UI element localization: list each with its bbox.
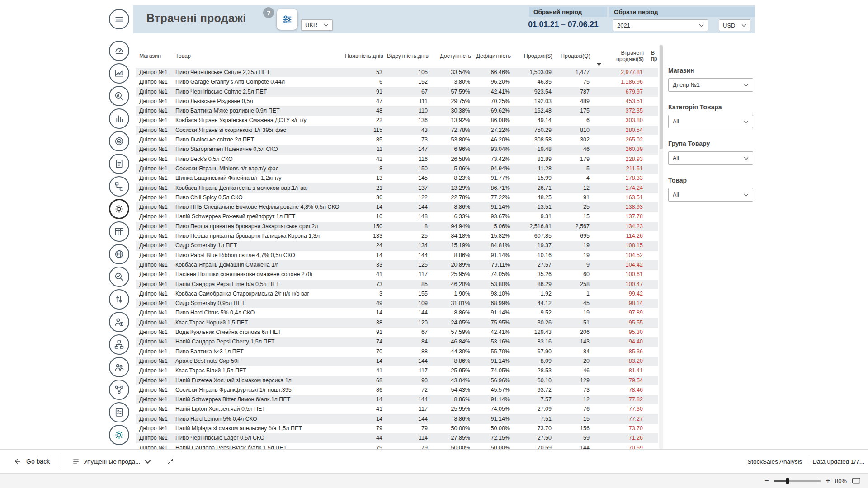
- help-icon[interactable]: ?: [263, 7, 274, 18]
- table-row[interactable]: Дніпро №1Напій Lipton Хол.зел.чай 0,5л П…: [136, 404, 658, 414]
- table-row[interactable]: Дніпро №1Сосиски Ятрань зі скоринкою 1/г…: [136, 126, 658, 135]
- zoom-slider-handle[interactable]: [786, 478, 789, 484]
- table-scrollbar[interactable]: [659, 44, 663, 449]
- table-row[interactable]: Дніпро №1Пиво Чернігівське Lager 0,5л СК…: [136, 433, 658, 443]
- table-row[interactable]: Дніпро №1Квас Тарас Білий 1,5л ПЕТ411172…: [136, 366, 658, 375]
- search-chart-icon[interactable]: [109, 86, 129, 106]
- page-selector[interactable]: Упущенные прода...: [72, 457, 152, 465]
- filter-select-store[interactable]: Днепр №1: [668, 78, 753, 92]
- table-row[interactable]: Дніпро №1Напій Schweppes Bitter Лимон б/…: [136, 395, 658, 404]
- table-row[interactable]: Дніпро №1Сидр Somersby 1л ПЕТ2413415.19%…: [136, 241, 658, 250]
- table-row[interactable]: Дніпро №1Напій Сандора Pepsi Black б/алк…: [136, 443, 658, 449]
- table-row[interactable]: Дніпро №1Ковбаса Ятрань Українська Смаже…: [136, 116, 658, 125]
- column-header-availability[interactable]: Доступність: [432, 44, 475, 68]
- table-row[interactable]: Дніпро №1Напій Мірінда зі смаком апельси…: [136, 424, 658, 433]
- table-row[interactable]: Дніпро №1Пиво Pabst Blue Ribbon світле 4…: [136, 251, 658, 260]
- table-row[interactable]: Дніпро №1Пиво Chill Spicy 0,5л СКО361222…: [136, 193, 658, 202]
- gear-icon[interactable]: [109, 199, 129, 219]
- cell-partial: [647, 87, 658, 97]
- table-row[interactable]: Дніпро №1Квас Тарас Чорний 1,5 ПЕТ381202…: [136, 318, 658, 328]
- table-row[interactable]: Дніпро №1Пиво Garage Granny's Anti-Compo…: [136, 77, 658, 87]
- table-row[interactable]: Дніпро №1Насіння Потішки соняшникове сма…: [136, 270, 658, 279]
- cell-absent_days: 116: [387, 155, 432, 164]
- compare-arrows-icon[interactable]: [109, 289, 129, 310]
- table-row[interactable]: Дніпро №1Ковбаса Ятрань Домашня Смажена …: [136, 260, 658, 270]
- table-row[interactable]: Дніпро №1Сосиски Ятрань Minions в/г вар.…: [136, 164, 658, 174]
- table-row[interactable]: Дніпро №1Напій Сандора Pepsi Cherry 1,5л…: [136, 337, 658, 347]
- column-header-product[interactable]: Товар: [172, 44, 344, 68]
- table-row[interactable]: Дніпро №1Напій Сандора Pepsi Lime б/а 0,…: [136, 280, 658, 289]
- table-row[interactable]: Дніпро №1Пиво Львівське Різдвяне 0,5л471…: [136, 97, 658, 106]
- filter-label-store: Магазин: [668, 67, 753, 74]
- zoom-out-button[interactable]: −: [764, 477, 769, 484]
- filter-select-product[interactable]: All: [668, 188, 753, 202]
- network-icon[interactable]: [109, 380, 129, 400]
- currency-select[interactable]: USD: [719, 19, 750, 31]
- table-row[interactable]: Дніпро №1Напій Schweppes Рожевий грейпфр…: [136, 212, 658, 221]
- table-row[interactable]: Дніпро №1Пиво Staropramen Пшеничне 0,5л …: [136, 145, 658, 154]
- cell-avail_days: 33: [344, 260, 387, 270]
- table-row[interactable]: Дніпро №1Пиво Балтика №3 1л ПЕТ708844.30…: [136, 347, 658, 357]
- bar-chart-icon[interactable]: [109, 108, 129, 129]
- table-row[interactable]: Дніпро №1Пиво Чернігівське Світле 2,35л …: [136, 68, 658, 77]
- people-icon[interactable]: [109, 357, 129, 377]
- scrollbar-thumb[interactable]: [660, 45, 663, 149]
- menu-icon[interactable]: [109, 9, 129, 29]
- filter-settings-button[interactable]: [277, 9, 297, 30]
- data-grid-icon[interactable]: [109, 221, 129, 242]
- fit-to-screen-button[interactable]: [852, 477, 861, 484]
- table-row[interactable]: Дніпро №1Пиво Чернігівське Світле 2,5л П…: [136, 87, 658, 97]
- table-row[interactable]: Дніпро №1Пиво Hard Citrus 5% 0,4л СКО141…: [136, 308, 658, 318]
- column-header-avail_days[interactable]: Наявність,днів: [344, 44, 387, 68]
- table-row[interactable]: Дніпро №1Пиво Перша приватна броварня За…: [136, 222, 658, 231]
- table-row[interactable]: Дніпро №1Пиво Львівське світле 2л ПЕТ857…: [136, 135, 658, 145]
- column-header-deficit[interactable]: Дефіцитність: [475, 44, 514, 68]
- flowchart-icon[interactable]: [109, 176, 129, 197]
- table-row[interactable]: Дніпро №1Пиво Hard Lemon 5% 0,4л СКО1414…: [136, 414, 658, 424]
- table-row[interactable]: Дніпро №1Ковбаса Ятрань Делікатесна з мо…: [136, 183, 658, 193]
- table-row[interactable]: Дніпро №1Пиво Beck's 0,5л СКО4211626.58%…: [136, 155, 658, 164]
- zoom-in-button[interactable]: +: [826, 477, 830, 484]
- table-row[interactable]: Дніпро №1Пиво Балтика М'яке розливне 0,9…: [136, 106, 658, 116]
- customer-value-icon[interactable]: [109, 312, 129, 332]
- table-row[interactable]: Дніпро №1Шинка Бащинський Філейна в/г~1,…: [136, 174, 658, 183]
- collapse-button[interactable]: [166, 457, 175, 465]
- table-row[interactable]: Дніпро №1Сосиски Ятрань Франкфуртські 1/…: [136, 385, 658, 395]
- cell-avail_days: 6: [344, 77, 387, 87]
- table-row[interactable]: Дніпро №1Вода Куяльник Сімейна столова 6…: [136, 328, 658, 337]
- cell-absent_days: 117: [387, 270, 432, 279]
- globe-icon[interactable]: [109, 244, 129, 264]
- checklist-icon[interactable]: [109, 402, 129, 422]
- cell-availability: 24.05%: [432, 318, 475, 328]
- cell-availability: 50.00%: [432, 424, 475, 433]
- table-row[interactable]: Дніпро №1Напій Fuzetea Хол.чай зі смаком…: [136, 376, 658, 385]
- search-trend-icon[interactable]: [109, 267, 129, 287]
- table-row[interactable]: Дніпро №1Арахіс Best nuts Сир 50г141448.…: [136, 357, 658, 366]
- table-row[interactable]: Дніпро №1Ковбаса Самобранка Старокримськ…: [136, 289, 658, 299]
- zoom-slider[interactable]: [774, 480, 821, 482]
- year-select[interactable]: 2021: [613, 19, 708, 31]
- report-icon[interactable]: [109, 154, 129, 174]
- filter-select-group[interactable]: All: [668, 151, 753, 165]
- table-row[interactable]: Дніпро №1Сидр Somersby 0,95л ПЕТ4910931.…: [136, 299, 658, 308]
- cell-store: Дніпро №1: [136, 299, 172, 308]
- cell-deficit: 91.14%: [475, 202, 514, 212]
- hierarchy-icon[interactable]: [109, 334, 129, 355]
- target-icon[interactable]: [109, 131, 129, 151]
- column-header-sales_usd[interactable]: Продажі($): [514, 44, 556, 68]
- cell-sales_q: 143: [556, 337, 594, 347]
- column-header-store[interactable]: Магазин: [136, 44, 172, 68]
- language-select[interactable]: UKR: [301, 19, 333, 31]
- lost-sales-gear-icon[interactable]: [109, 425, 129, 445]
- table-row[interactable]: Дніпро №1Пиво Перша приватна броварня Га…: [136, 231, 658, 241]
- go-back-button[interactable]: Go back: [14, 457, 50, 465]
- cell-absent_days: 72: [387, 385, 432, 395]
- kpi-gauge-icon[interactable]: [109, 41, 129, 61]
- column-header-lost_sales[interactable]: Втрачені продажі($): [594, 44, 647, 68]
- area-chart-icon[interactable]: [109, 63, 129, 84]
- column-header-partial[interactable]: В пр: [647, 44, 658, 68]
- column-header-sales_q[interactable]: Продажі(Q): [556, 44, 594, 68]
- column-header-absent_days[interactable]: Відсутність,днів: [387, 44, 432, 68]
- table-row[interactable]: Дніпро №1Пиво ППБ Спеціальне Бочкове Неф…: [136, 202, 658, 212]
- filter-select-category[interactable]: All: [668, 115, 753, 128]
